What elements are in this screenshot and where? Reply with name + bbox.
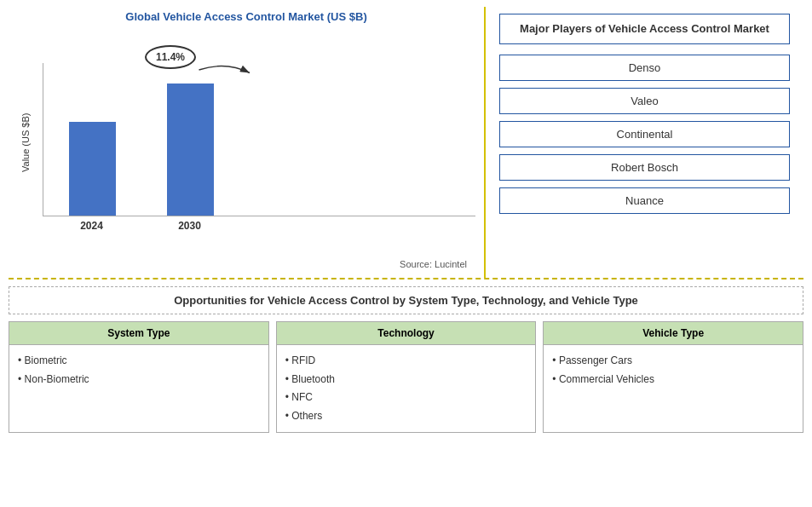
opp-items-technology: RFID Bluetooth NFC Others xyxy=(277,345,536,432)
top-section: Global Vehicle Access Control Market (US… xyxy=(9,7,803,279)
x-label-2024: 2024 xyxy=(68,220,115,232)
opp-item-rfid: RFID xyxy=(285,352,527,371)
opp-item-biometric: Biometric xyxy=(18,352,260,371)
bottom-section: Opportunities for Vehicle Access Control… xyxy=(9,279,803,500)
opp-item-bluetooth: Bluetooth xyxy=(285,371,527,389)
chart-inner: Value (US $B) 11.4% xyxy=(17,28,475,257)
opp-item-commercial-vehicles: Commercial Vehicles xyxy=(552,371,794,389)
x-axis-labels: 2024 2030 xyxy=(43,220,475,232)
players-title: Major Players of Vehicle Access Control … xyxy=(499,14,790,44)
player-denso: Denso xyxy=(499,55,790,81)
player-continental: Continental xyxy=(499,121,790,147)
opp-header-vehicle-type: Vehicle Type xyxy=(544,322,803,345)
opp-column-technology: Technology RFID Bluetooth NFC Others xyxy=(276,321,537,433)
opp-header-technology: Technology xyxy=(277,322,536,345)
player-nuance: Nuance xyxy=(499,187,790,214)
opp-header-system-type: System Type xyxy=(9,322,268,345)
player-robert-bosch: Robert Bosch xyxy=(499,154,790,181)
chart-title: Global Vehicle Access Control Market (US… xyxy=(17,7,475,23)
opp-item-non-biometric: Non-Biometric xyxy=(18,371,260,389)
source-text: Source: Lucintel xyxy=(17,257,475,269)
player-valeo: Valeo xyxy=(499,88,790,114)
opp-column-system-type: System Type Biometric Non-Biometric xyxy=(9,321,269,433)
bars-container xyxy=(43,63,475,216)
y-axis-label: Value (US $B) xyxy=(17,28,34,257)
bar-group-2024 xyxy=(69,122,116,216)
opp-column-vehicle-type: Vehicle Type Passenger Cars Commercial V… xyxy=(543,321,803,433)
chart-plot: 11.4% xyxy=(34,28,475,257)
main-container: Global Vehicle Access Control Market (US… xyxy=(0,0,812,507)
opportunities-grid: System Type Biometric Non-Biometric Tech… xyxy=(9,321,803,433)
opp-items-vehicle-type: Passenger Cars Commercial Vehicles xyxy=(544,345,803,395)
chart-area: Global Vehicle Access Control Market (US… xyxy=(9,7,486,278)
opp-items-system-type: Biometric Non-Biometric xyxy=(9,345,268,395)
players-area: Major Players of Vehicle Access Control … xyxy=(486,7,803,278)
bar-2030 xyxy=(167,84,214,216)
bar-group-2030 xyxy=(167,84,214,216)
x-label-2030: 2030 xyxy=(166,220,213,232)
opp-item-passenger-cars: Passenger Cars xyxy=(552,352,794,371)
bar-2024 xyxy=(69,122,116,216)
opp-item-nfc: NFC xyxy=(285,389,527,407)
opp-item-others: Others xyxy=(285,407,527,426)
opportunities-title: Opportunities for Vehicle Access Control… xyxy=(9,286,803,314)
